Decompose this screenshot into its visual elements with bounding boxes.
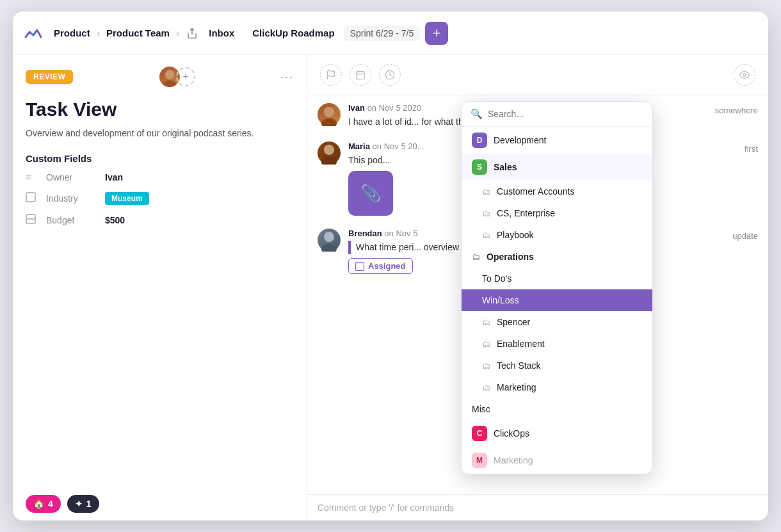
- calendar-button[interactable]: [350, 64, 371, 86]
- main-content: REVIEW + ··· Task View Overview and deve…: [13, 55, 768, 520]
- nav-sprint: Sprint 6/29 - 7/5: [344, 26, 421, 41]
- svg-rect-18: [356, 262, 364, 270]
- figma-notification-badge[interactable]: ✦ 1: [67, 495, 99, 513]
- task-title-area: Task View Overview and development of ou…: [13, 93, 307, 148]
- clickops-circle: C: [472, 426, 487, 441]
- assigned-button[interactable]: Assigned: [348, 258, 413, 274]
- playbook-label: Playbook: [497, 230, 534, 240]
- dropdown-item-playbook[interactable]: 🗂 Playbook: [462, 224, 652, 246]
- svg-point-0: [165, 70, 174, 79]
- svg-point-13: [321, 118, 337, 126]
- left-panel: REVIEW + ··· Task View Overview and deve…: [13, 55, 307, 520]
- dropdown-item-development[interactable]: D Development: [462, 127, 652, 154]
- marketing-circle: M: [472, 453, 487, 468]
- folder-icon-cs: 🗂: [482, 209, 490, 218]
- breadcrumb-inbox[interactable]: Inbox: [204, 25, 239, 41]
- operations-label: Operations: [487, 252, 534, 262]
- add-button[interactable]: +: [425, 22, 448, 45]
- folder-icon-ts: 🗂: [482, 361, 490, 371]
- dropdown-item-spencer[interactable]: 🗂 Spencer: [462, 311, 652, 333]
- dropdown-item-operations[interactable]: 🗂 Operations: [462, 246, 652, 268]
- share-icon[interactable]: [183, 24, 201, 42]
- task-description: Overview and development of our original…: [26, 127, 294, 140]
- app-window: Product › Product Team › Inbox ClickUp R…: [13, 12, 768, 520]
- industry-value: Museum: [105, 192, 149, 205]
- dropdown-item-win-loss[interactable]: Win/Loss: [462, 289, 652, 311]
- dropdown-search-bar: 🔍: [462, 102, 652, 127]
- budget-icon: [26, 214, 38, 227]
- top-nav: Product › Product Team › Inbox ClickUp R…: [13, 12, 768, 55]
- marketing-sub-label: Marketing: [497, 382, 536, 392]
- add-assignee-button[interactable]: +: [176, 67, 195, 86]
- message-date-ivan: on Nov 5 2020: [367, 103, 422, 113]
- dropdown-item-cs-enterprise[interactable]: 🗂 CS, Enterprise: [462, 202, 652, 224]
- dropdown-item-misc[interactable]: Misc: [462, 398, 652, 420]
- message-date-maria: on Nov 5 20...: [373, 141, 424, 151]
- home-notification-badge[interactable]: 🏠 4: [26, 495, 61, 513]
- owner-value: Ivan: [105, 172, 123, 182]
- comment-bar[interactable]: Comment or type '/' for commands: [307, 494, 768, 520]
- dropdown-item-sales[interactable]: S Sales: [462, 154, 652, 181]
- breadcrumb-sep-1: ›: [95, 28, 101, 39]
- breadcrumb: Product › Product Team › Inbox: [49, 24, 239, 42]
- clock-button[interactable]: [379, 64, 401, 86]
- breadcrumb-product[interactable]: Product: [49, 25, 95, 41]
- dropdown-item-tech-stack[interactable]: 🗂 Tech Stack: [462, 355, 652, 376]
- flag-button[interactable]: [320, 64, 342, 86]
- svg-rect-2: [26, 193, 35, 202]
- message-suffix-brendan: update: [732, 229, 758, 274]
- visibility-button[interactable]: [734, 64, 755, 86]
- owner-label: Owner: [46, 172, 97, 182]
- folder-icon-pb: 🗂: [482, 230, 490, 240]
- field-owner: ≡ Owner Ivan: [26, 172, 294, 183]
- svg-rect-6: [357, 72, 364, 79]
- dropdown-item-marketing[interactable]: M Marketing: [462, 447, 652, 474]
- sales-label: Sales: [494, 162, 517, 172]
- dropdown-item-todos[interactable]: To Do's: [462, 268, 652, 289]
- right-toolbar: [307, 55, 768, 95]
- owner-icon: ≡: [26, 172, 38, 183]
- marketing-label: Marketing: [494, 455, 533, 465]
- svg-point-11: [743, 74, 746, 76]
- svg-point-15: [321, 157, 337, 165]
- figma-icon: ✦: [75, 499, 83, 509]
- svg-point-12: [324, 107, 334, 117]
- svg-point-14: [324, 145, 334, 155]
- nav-roadmap[interactable]: ClickUp Roadmap: [247, 25, 339, 41]
- cs-enterprise-label: CS, Enterprise: [497, 208, 555, 218]
- left-footer: 🏠 4 ✦ 1: [13, 487, 307, 520]
- home-icon: 🏠: [33, 499, 44, 509]
- dropdown-item-customer-accounts[interactable]: 🗂 Customer Accounts: [462, 181, 652, 202]
- avatar-brendan-msg: [318, 229, 341, 252]
- attachment-icon[interactable]: 📎: [348, 171, 393, 216]
- avatar-maria-msg: [318, 141, 341, 165]
- budget-value: $500: [105, 215, 125, 225]
- message-suffix-ivan: somewhere: [715, 103, 758, 129]
- dropdown-item-enablement[interactable]: 🗂 Enablement: [462, 333, 652, 355]
- comment-placeholder: Comment or type '/' for commands: [318, 503, 454, 513]
- svg-point-16: [324, 232, 334, 242]
- tech-stack-label: Tech Stack: [497, 360, 540, 371]
- task-title: Task View: [26, 99, 294, 120]
- misc-label: Misc: [472, 404, 490, 414]
- breadcrumb-sep-2: ›: [175, 28, 181, 39]
- more-options-button[interactable]: ···: [280, 70, 294, 84]
- folder-icon-ms: 🗂: [482, 383, 490, 392]
- field-industry: Industry Museum: [26, 192, 294, 205]
- status-badge: REVIEW: [26, 70, 73, 84]
- folder-icon-ops: 🗂: [472, 252, 480, 262]
- search-input[interactable]: [488, 109, 643, 119]
- breadcrumb-product-team[interactable]: Product Team: [101, 25, 175, 41]
- folder-icon-en: 🗂: [482, 339, 490, 349]
- message-suffix-maria: first: [745, 141, 758, 216]
- custom-fields: Custom Fields ≡ Owner Ivan Industry Muse…: [13, 148, 307, 241]
- dropdown-item-marketing-sub[interactable]: 🗂 Marketing: [462, 376, 652, 398]
- home-count: 4: [48, 499, 53, 509]
- avatar-ivan-msg: [318, 103, 341, 126]
- custom-fields-title: Custom Fields: [26, 153, 294, 164]
- todos-label: To Do's: [482, 273, 511, 284]
- industry-icon: [26, 192, 38, 205]
- dropdown-item-clickops[interactable]: C ClickOps: [462, 420, 652, 447]
- clickops-label: ClickOps: [494, 428, 529, 439]
- message-date-brendan: on Nov 5: [384, 229, 417, 238]
